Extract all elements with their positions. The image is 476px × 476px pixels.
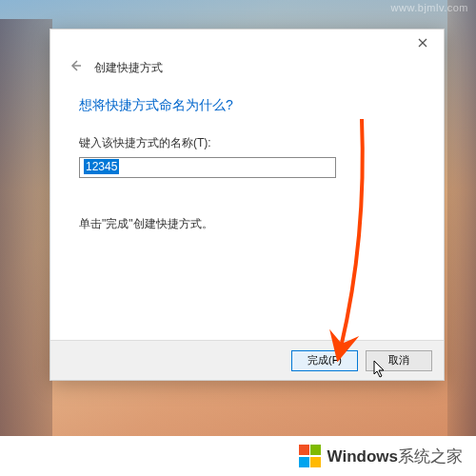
- page-footer: Windows系统之家: [0, 436, 476, 476]
- windows-logo-icon: [299, 445, 322, 467]
- wallpaper-left: [0, 19, 52, 438]
- dialog-titlebar: [50, 30, 444, 56]
- dialog-body: 想将快捷方式命名为什么? 键入该快捷方式的名称(T): 12345 单击"完成"…: [50, 88, 444, 232]
- logo-tile-2: [310, 445, 321, 455]
- dialog-question: 想将快捷方式命名为什么?: [79, 97, 415, 114]
- dialog-title: 创建快捷方式: [94, 60, 163, 76]
- name-field-label: 键入该快捷方式的名称(T):: [79, 135, 415, 151]
- logo-tile-4: [310, 457, 321, 467]
- logo-tile-3: [299, 457, 309, 467]
- watermark-url: www.bjmlv.com: [391, 2, 468, 13]
- close-icon: [418, 38, 427, 48]
- create-shortcut-dialog: 创建快捷方式 想将快捷方式命名为什么? 键入该快捷方式的名称(T): 12345…: [50, 29, 445, 381]
- dialog-footer: 完成(F) 取消: [50, 340, 444, 380]
- input-selected-text: 12345: [84, 159, 119, 174]
- back-arrow-icon[interactable]: [68, 58, 83, 78]
- shortcut-name-input[interactable]: 12345: [79, 157, 336, 178]
- footer-brand-text: Windows系统之家: [327, 446, 463, 467]
- logo-tile-1: [299, 445, 309, 455]
- footer-brand-rest: 系统之家: [398, 447, 463, 466]
- dialog-hint: 单击"完成"创建快捷方式。: [79, 216, 415, 232]
- finish-button[interactable]: 完成(F): [291, 350, 358, 371]
- close-button[interactable]: [404, 30, 442, 55]
- dialog-header: 创建快捷方式: [50, 56, 444, 88]
- footer-brand-bold: Windows: [327, 447, 398, 466]
- cancel-button[interactable]: 取消: [366, 350, 432, 371]
- wallpaper-right: [447, 0, 476, 438]
